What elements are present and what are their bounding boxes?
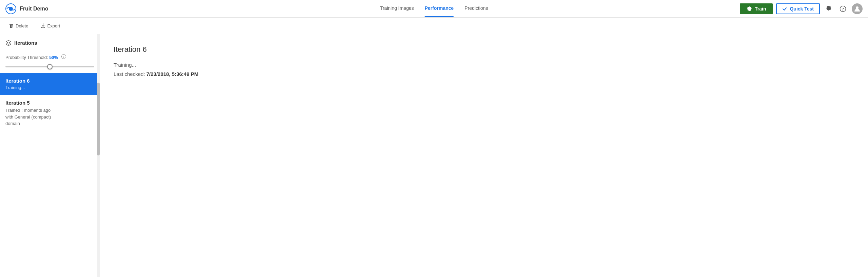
svg-point-4: [856, 6, 859, 9]
last-checked-prefix: Last checked:: [114, 71, 146, 77]
delete-icon: [9, 23, 14, 28]
header-actions: Train Quick Test ?: [740, 3, 863, 14]
iterations-title: Iterations: [14, 40, 37, 46]
app-title: Fruit Demo: [20, 6, 48, 12]
tab-training-images[interactable]: Training Images: [380, 0, 414, 17]
delete-button[interactable]: Delete: [7, 22, 31, 30]
toolbar: Delete Export: [0, 18, 868, 34]
iteration-5-name: Iteration 5: [5, 100, 94, 106]
gear-icon: [747, 6, 752, 12]
iteration-5-status: Trained : moments ago with General (comp…: [5, 107, 94, 127]
checkmark-icon: [782, 6, 787, 11]
export-button[interactable]: Export: [39, 22, 62, 30]
probability-slider[interactable]: [5, 66, 94, 67]
tab-performance[interactable]: Performance: [425, 0, 454, 17]
iteration-6-status: Training...: [5, 85, 94, 90]
content-title: Iteration 6: [114, 45, 854, 54]
train-button[interactable]: Train: [740, 3, 773, 14]
quick-test-button[interactable]: Quick Test: [776, 3, 820, 14]
sidebar-list: Iteration 6 Training... Iteration 5 Trai…: [0, 73, 100, 277]
content-area: Iteration 6 Training... Last checked: 7/…: [100, 34, 868, 277]
info-icon: i: [61, 54, 66, 59]
export-label: Export: [47, 23, 60, 28]
main-layout: Iterations Probability Threshold: 50% i: [0, 34, 868, 277]
delete-label: Delete: [16, 23, 28, 28]
iteration-6-name: Iteration 6: [5, 78, 94, 84]
sidebar-header: Iterations: [0, 34, 100, 50]
probability-section: Probability Threshold: 50% i: [0, 50, 100, 73]
sidebar: Iterations Probability Threshold: 50% i: [0, 34, 100, 277]
logo-area: Fruit Demo: [5, 3, 48, 14]
probability-value: 50%: [49, 55, 58, 60]
sidebar-scrollbar[interactable]: [97, 34, 100, 277]
iteration-item-6[interactable]: Iteration 6 Training...: [0, 73, 100, 95]
svg-text:i: i: [63, 55, 64, 59]
last-checked: Last checked: 7/23/2018, 5:36:49 PM: [114, 71, 854, 77]
training-status: Training...: [114, 62, 854, 68]
last-checked-value: 7/23/2018, 5:36:49 PM: [146, 71, 198, 77]
layers-icon: [5, 40, 12, 46]
settings-icon: [825, 5, 832, 12]
header: Fruit Demo Training Images Performance P…: [0, 0, 868, 18]
slider-container: [5, 63, 94, 69]
help-button[interactable]: ?: [837, 3, 848, 14]
settings-button[interactable]: [823, 3, 834, 14]
quick-test-label: Quick Test: [790, 6, 814, 12]
nav-tabs: Training Images Performance Predictions: [380, 0, 488, 17]
probability-label: Probability Threshold: 50% i: [5, 54, 94, 60]
iterations-header: Iterations: [5, 40, 94, 46]
train-label: Train: [755, 6, 766, 12]
iteration-item-5[interactable]: Iteration 5 Trained : moments ago with G…: [0, 95, 100, 132]
avatar[interactable]: [852, 3, 863, 14]
user-icon: [854, 5, 861, 12]
svg-text:?: ?: [842, 7, 844, 12]
scrollbar-thumb: [97, 83, 100, 155]
app-logo-icon: [5, 3, 16, 14]
tab-predictions[interactable]: Predictions: [465, 0, 488, 17]
help-icon: ?: [840, 5, 846, 12]
export-icon: [41, 23, 45, 28]
